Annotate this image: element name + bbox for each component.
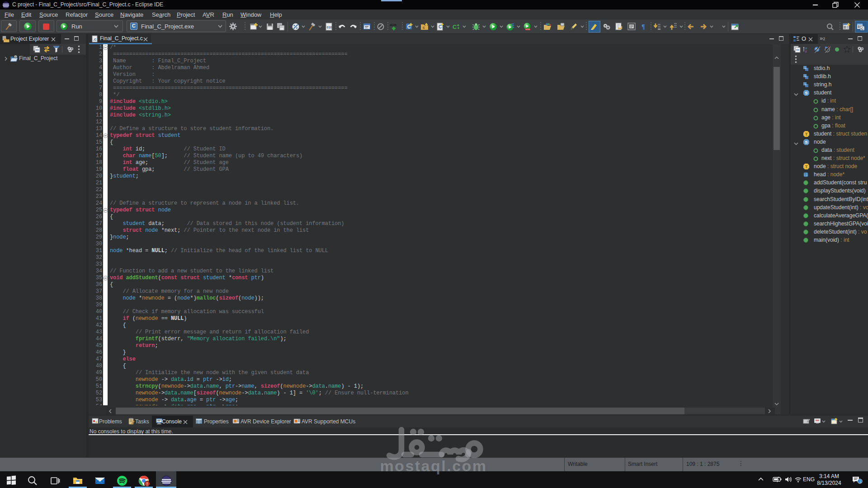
svg-text:.c: .c xyxy=(93,37,97,42)
svg-text:mostaql.com: mostaql.com xyxy=(380,457,487,474)
svg-text:S: S xyxy=(805,140,807,145)
svg-text:C: C xyxy=(861,27,864,31)
svg-text:C: C xyxy=(453,23,457,30)
svg-text:T: T xyxy=(805,131,808,136)
svg-text:AVR: AVR xyxy=(390,23,397,27)
svg-text:T: T xyxy=(805,164,808,169)
svg-text:010: 010 xyxy=(327,26,332,29)
svg-text:¶: ¶ xyxy=(642,23,645,30)
svg-text:C: C xyxy=(407,24,410,29)
svg-text:S: S xyxy=(805,90,807,95)
svg-text:c: c xyxy=(423,25,425,30)
svg-text:1: 1 xyxy=(859,479,861,483)
svg-text:C: C xyxy=(439,24,442,29)
svg-text:C: C xyxy=(15,56,17,58)
